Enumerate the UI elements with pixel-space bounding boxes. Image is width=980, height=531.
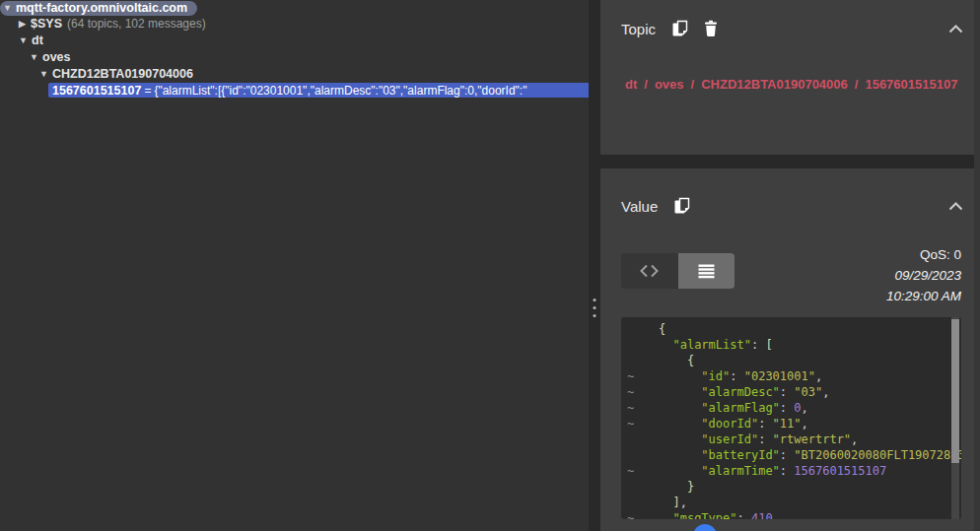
json-viewer[interactable]: { "alarmList": [ {~ "id": "02301001",~ "… xyxy=(621,317,961,519)
collapse-value-button[interactable] xyxy=(946,199,964,213)
message-equals: = xyxy=(144,84,151,98)
tree-node-device[interactable]: ▼ CHZD12BTA0190704006 xyxy=(39,66,193,82)
list-view-icon xyxy=(698,264,715,279)
message-date: 09/29/2023 xyxy=(886,265,961,286)
message-payload-preview: {"alarmList":[{"id":"02301001","alarmDes… xyxy=(154,84,526,98)
json-code-line: { xyxy=(621,353,961,368)
expand-arrow-icon[interactable]: ▶ xyxy=(18,19,27,29)
json-code-line: } xyxy=(621,479,961,495)
tree-node-sys[interactable]: ▶ $SYS (64 topics, 102 messages) xyxy=(18,16,206,32)
diff-marker-icon: ~ xyxy=(627,416,634,431)
code-view-icon xyxy=(640,264,659,278)
formatted-view-button[interactable] xyxy=(678,253,735,289)
collapse-topic-button[interactable] xyxy=(946,22,964,35)
diff-marker-icon: ~ xyxy=(627,400,634,416)
topic-tree: ▼ mqtt-factory.omnivoltaic.com ▶ $SYS (6… xyxy=(0,0,589,531)
value-card-header: Value xyxy=(621,194,964,218)
value-card: Value xyxy=(600,168,980,531)
panel-splitter[interactable] xyxy=(589,0,600,531)
breadcrumb-segment[interactable]: 1567601515107 xyxy=(865,77,957,92)
selected-message-row[interactable]: 1567601515107 = {"alarmList":[{"id":"023… xyxy=(48,83,593,98)
mqtt-explorer-window: ▼ mqtt-factory.omnivoltaic.com ▶ $SYS (6… xyxy=(0,0,980,531)
collapse-arrow-icon[interactable]: ▼ xyxy=(39,69,48,79)
viewer-scrollbar-thumb[interactable] xyxy=(951,319,959,463)
json-code-line: ~ "msgType": 410 xyxy=(621,510,961,519)
json-code-line: ~ "alarmTime": 1567601515107 xyxy=(621,463,961,479)
value-title: Value xyxy=(621,198,658,215)
json-code-line: ~ "id": "02301001", xyxy=(621,368,961,384)
tree-node-oves[interactable]: ▼ oves xyxy=(30,49,71,65)
json-code-line: ~ "doorId": "11", xyxy=(621,416,961,431)
tree-node-stats: (64 topics, 102 messages) xyxy=(67,17,206,31)
detail-panel: Topic xyxy=(600,0,980,531)
fab-button[interactable] xyxy=(693,524,717,531)
drag-handle-icon[interactable] xyxy=(594,299,596,317)
value-view-toggle xyxy=(621,253,735,289)
tree-node-broker[interactable]: ▼ mqtt-factory.omnivoltaic.com xyxy=(0,0,197,16)
qos-label: QoS: 0 xyxy=(886,244,961,265)
message-timestamp: 1567601515107 xyxy=(52,84,141,98)
panel-scrollbar[interactable] xyxy=(974,0,980,531)
chevron-up-icon xyxy=(948,25,963,33)
json-code-line: "batteryId": "BT2060020080FLT190728039" xyxy=(621,447,961,463)
delete-icon xyxy=(702,20,720,37)
message-time: 10:29:00 AM xyxy=(886,286,961,306)
delete-topic-button[interactable] xyxy=(701,19,721,38)
collapse-arrow-icon[interactable]: ▼ xyxy=(19,35,28,45)
message-meta: QoS: 0 09/29/2023 10:29:00 AM xyxy=(886,244,961,306)
breadcrumb-segment[interactable]: oves xyxy=(655,77,684,92)
json-code-line: ~ "alarmDesc": "03", xyxy=(621,384,961,400)
json-code-line: { xyxy=(621,321,961,337)
tree-node-dt[interactable]: ▼ dt xyxy=(19,33,43,48)
topic-breadcrumb: dt/oves/CHZD12BTA0190704006/156760151510… xyxy=(625,71,956,99)
breadcrumb-separator: / xyxy=(644,77,648,92)
collapse-arrow-icon[interactable]: ▼ xyxy=(30,52,38,62)
breadcrumb-segment[interactable]: CHZD12BTA0190704006 xyxy=(701,77,848,92)
json-code-line: "alarmList": [ xyxy=(621,337,961,353)
topic-title: Topic xyxy=(621,21,656,37)
diff-marker-icon: ~ xyxy=(627,384,634,400)
topic-card: Topic xyxy=(600,0,980,155)
collapse-arrow-icon[interactable]: ▼ xyxy=(3,3,12,13)
topic-card-header: Topic xyxy=(621,17,964,40)
diff-marker-icon: ~ xyxy=(627,463,634,479)
json-code-line: ~ "alarmFlag": 0, xyxy=(621,400,961,416)
diff-marker-icon: ~ xyxy=(627,368,634,384)
tree-node-label: dt xyxy=(32,33,43,47)
chevron-up-icon xyxy=(948,202,963,211)
json-viewer-code: { "alarmList": [ {~ "id": "02301001",~ "… xyxy=(621,317,961,519)
raw-view-button[interactable] xyxy=(621,253,678,289)
tree-node-label: oves xyxy=(42,50,71,64)
json-code-line: "userId": "rtwertrtr", xyxy=(621,431,961,447)
tree-node-label: CHZD12BTA0190704006 xyxy=(52,67,193,81)
diff-marker-icon: ~ xyxy=(627,510,634,519)
broker-label: mqtt-factory.omnivoltaic.com xyxy=(16,1,187,15)
broker-chip[interactable]: ▼ mqtt-factory.omnivoltaic.com xyxy=(0,1,197,16)
breadcrumb-separator: / xyxy=(855,77,859,92)
viewer-scrollbar[interactable] xyxy=(951,317,959,519)
copy-topic-button[interactable] xyxy=(670,19,690,38)
json-code-line: ], xyxy=(621,495,961,510)
breadcrumb-separator: / xyxy=(691,77,695,92)
copy-icon xyxy=(671,20,689,37)
tree-node-label: $SYS xyxy=(31,17,62,31)
copy-icon xyxy=(673,197,691,215)
copy-value-button[interactable] xyxy=(672,196,692,216)
breadcrumb-segment[interactable]: dt xyxy=(625,77,637,92)
